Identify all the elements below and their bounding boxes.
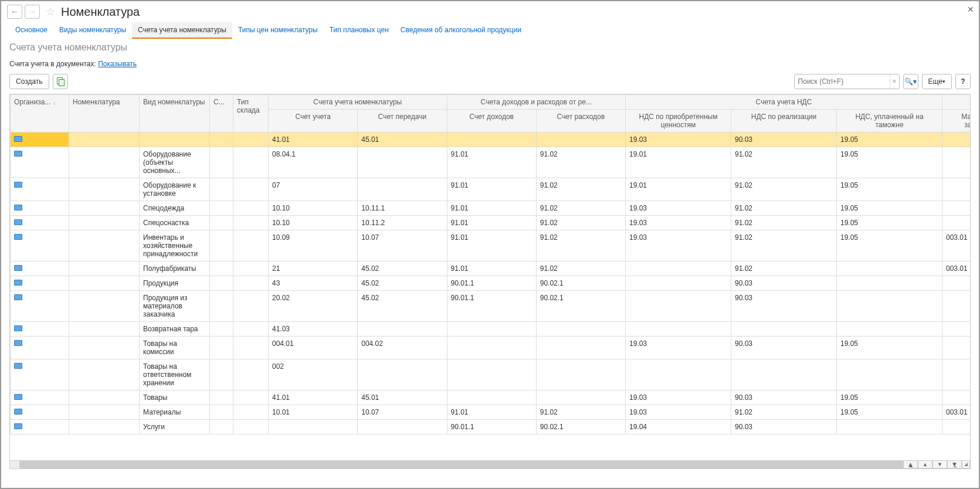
cell: 43 — [269, 276, 358, 291]
page-title: Номенклатура — [61, 5, 140, 19]
table-row[interactable]: Инвентарь и хозяйственные принадлежности… — [11, 230, 971, 262]
scroll-down-button[interactable]: ▼ — [932, 460, 947, 468]
cell — [447, 322, 536, 337]
table-row[interactable]: Продукция из материалов заказчика20.0245… — [11, 291, 971, 322]
cell — [233, 420, 269, 434]
col-ndsin-header[interactable]: НДС по приобретенным ценностям — [626, 110, 731, 133]
more-button[interactable]: Еще — [922, 74, 952, 89]
back-button[interactable]: ← — [7, 5, 22, 19]
cell: 90.03 — [731, 337, 837, 359]
cell: 91.02 — [731, 262, 837, 276]
tab-5[interactable]: Сведения об алкогольной продукции — [395, 22, 527, 39]
col-group-last[interactable]: Счет... — [942, 95, 971, 110]
cell: 10.10 — [269, 216, 358, 230]
col-group-nds[interactable]: Счета учета НДС — [626, 95, 942, 110]
docline-link[interactable]: Показывать — [98, 60, 137, 68]
cell: 91.01 — [447, 262, 536, 276]
search-wrap: × — [794, 74, 900, 89]
table-row[interactable]: Спецодежда10.1010.11.191.0191.0219.0391.… — [11, 201, 971, 216]
cell: 90.03 — [731, 133, 837, 147]
col-mat-header[interactable]: Материалы заказчика — [942, 110, 971, 133]
copy-button[interactable] — [53, 74, 68, 89]
search-button[interactable]: 🔍▾ — [903, 74, 918, 89]
table-row[interactable]: Оборудование (объекты основных...08.04.1… — [11, 147, 971, 178]
table-row[interactable]: Услуги90.01.190.02.119.0490.03 — [11, 420, 971, 434]
tab-2[interactable]: Счета учета номенклатуры — [132, 22, 232, 39]
table-row[interactable]: Спецоснастка10.1010.11.291.0191.0219.039… — [11, 216, 971, 230]
col-income-header[interactable]: Счет доходов — [447, 110, 536, 133]
table-row[interactable]: Материалы10.0110.0791.0191.0219.0391.021… — [11, 405, 971, 420]
create-button[interactable]: Создать — [9, 74, 49, 89]
table-row[interactable]: Оборудование к установке0791.0191.0219.0… — [11, 178, 971, 201]
col-ndsout-header[interactable]: НДС по реализации — [731, 110, 837, 133]
cell: 90.03 — [731, 420, 837, 434]
tab-4[interactable]: Тип плановых цен — [324, 22, 395, 39]
col-acc-header[interactable]: Счет учета — [269, 110, 358, 133]
cell — [69, 420, 140, 434]
favorite-star-icon[interactable]: ☆ — [46, 5, 55, 18]
tab-3[interactable]: Типы цен номенклатуры — [232, 22, 324, 39]
table-row[interactable]: Полуфабрикаты2145.0291.0191.0291.02003.0… — [11, 262, 971, 276]
cell: 91.02 — [731, 147, 837, 178]
row-icon — [14, 265, 22, 271]
table-row[interactable]: Возвратная тара41.03 — [11, 322, 971, 337]
cell: 90.02.1 — [536, 420, 625, 434]
table-row[interactable]: Продукция4345.0290.01.190.02.190.03 — [11, 276, 971, 291]
cell — [11, 390, 69, 405]
cell: 91.01 — [447, 230, 536, 262]
cell — [210, 178, 233, 201]
col-nom-header[interactable]: Номенклатура — [69, 95, 140, 133]
cell: 10.07 — [358, 405, 447, 420]
cell — [69, 405, 140, 420]
cell — [942, 322, 971, 337]
cell — [210, 201, 233, 216]
cell: Услуги — [140, 420, 210, 434]
table-row[interactable]: Товары на комиссии004.01004.0219.0390.03… — [11, 337, 971, 359]
col-expense-header[interactable]: Счет расходов — [536, 110, 625, 133]
search-input[interactable] — [795, 77, 890, 86]
table-row[interactable]: 41.0145.0119.0390.0319.05 — [11, 133, 971, 147]
cell: Возвратная тара — [140, 322, 210, 337]
cell — [11, 147, 69, 178]
col-s-header[interactable]: С... — [210, 95, 233, 133]
scroll-up-button[interactable]: ▲ — [918, 460, 932, 468]
cell: 004.02 — [358, 337, 447, 359]
cell: Спецоснастка — [140, 216, 210, 230]
col-group-income[interactable]: Счета доходов и расходов от ре... — [447, 95, 626, 110]
tab-0[interactable]: Основное — [9, 22, 53, 39]
cell: 45.01 — [358, 390, 447, 405]
col-org-header[interactable]: Организа... — [14, 98, 50, 106]
tab-1[interactable]: Виды номенклатуры — [53, 22, 132, 39]
horizontal-scrollbar[interactable] — [10, 460, 958, 468]
cell: 90.03 — [731, 276, 837, 291]
search-clear-button[interactable]: × — [890, 74, 899, 89]
table-body: 41.0145.0119.0390.0319.05Оборудование (о… — [11, 133, 971, 434]
col-vid-header[interactable]: Вид номенклатуры — [140, 95, 210, 133]
col-ndscust-header[interactable]: НДС, уплаченный на таможне — [837, 110, 942, 133]
col-tip-header[interactable]: Тип склада — [233, 95, 269, 133]
accounts-table: Организа...↓ Номенклатура Вид номенклату… — [10, 94, 971, 434]
help-button[interactable]: ? — [955, 74, 971, 89]
resize-corner[interactable]: ◢ — [962, 460, 970, 468]
cell — [942, 291, 971, 322]
forward-button[interactable]: → — [25, 5, 40, 19]
row-icon — [14, 340, 22, 346]
row-icon — [14, 182, 22, 188]
close-button[interactable]: ✕ — [967, 5, 974, 14]
cell — [358, 359, 447, 390]
col-group-accounts[interactable]: Счета учета номенклатуры — [269, 95, 447, 110]
col-transfer-header[interactable]: Счет передачи — [358, 110, 447, 133]
cell — [69, 262, 140, 276]
cell — [11, 405, 69, 420]
cell — [210, 147, 233, 178]
scroll-bottom-button[interactable]: ▼̲ — [947, 460, 962, 468]
cell — [11, 133, 69, 147]
table-row[interactable]: Товары41.0145.0119.0390.0319.05 — [11, 390, 971, 405]
cell — [11, 178, 69, 201]
cell: 91.02 — [536, 147, 625, 178]
table-row[interactable]: Товары на ответственном хранении002 — [11, 359, 971, 390]
cell: Продукция — [140, 276, 210, 291]
cell: Инвентарь и хозяйственные принадлежности — [140, 230, 210, 262]
scroll-top-button[interactable]: ▲̲ — [903, 460, 918, 468]
cell — [731, 322, 837, 337]
